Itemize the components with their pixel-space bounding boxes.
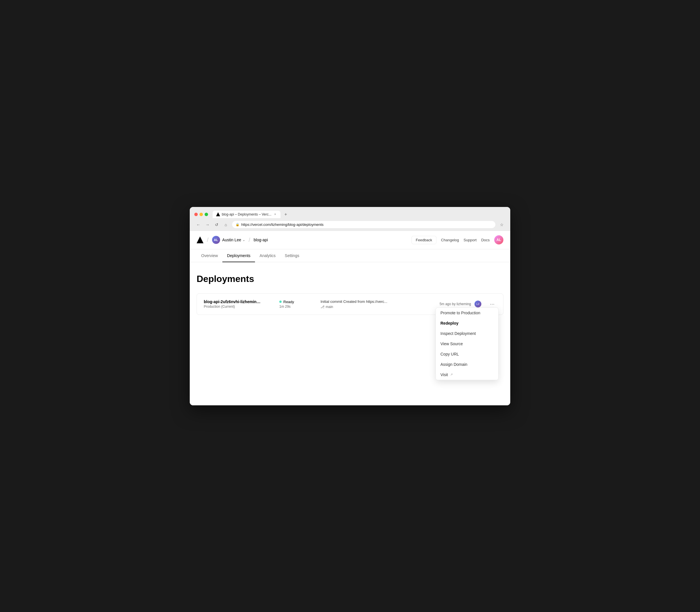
deployment-info: blog-api-2ufz6nvhi-lizheming.vercel.a...… (204, 300, 272, 309)
branch-icon: ⎇ (321, 305, 324, 309)
feedback-button[interactable]: Feedback (411, 236, 436, 244)
tab-close-button[interactable]: × (273, 212, 277, 217)
minimize-traffic-light[interactable] (199, 213, 203, 216)
status-dot-icon (279, 301, 282, 303)
nav-buttons: ← → ↺ ⌂ (194, 221, 230, 229)
address-bar[interactable]: 🔒 https://vercel.com/lizheming/blog-api/… (232, 221, 495, 228)
user-name[interactable]: Austin Lee ⌄ (222, 238, 245, 242)
browser-window: blog-api – Deployments – Verc... × + ← →… (190, 207, 510, 405)
context-menu: Promote to Production Redeploy Inspect D… (436, 307, 499, 380)
app-header: / AL Austin Lee ⌄ / blog-api Feedback Ch… (190, 231, 510, 249)
app-content: / AL Austin Lee ⌄ / blog-api Feedback Ch… (190, 231, 510, 405)
menu-item-promote[interactable]: Promote to Production (436, 308, 498, 318)
nav-tabs: Overview Deployments Analytics Settings (190, 249, 510, 262)
menu-item-copy-url[interactable]: Copy URL (436, 349, 498, 359)
deployer-avatar: LZ (475, 301, 481, 307)
menu-item-view-source[interactable]: View Source (436, 339, 498, 349)
more-options-button[interactable]: ⋯ (488, 300, 496, 308)
commit-message: Initial commit Created from https://verc… (321, 300, 417, 304)
tab-settings[interactable]: Settings (280, 249, 304, 262)
deployment-meta: 5m ago by lizheming LZ (424, 301, 481, 307)
changelog-link[interactable]: Changelog (441, 238, 459, 242)
menu-item-redeploy[interactable]: Redeploy (436, 318, 498, 328)
menu-item-visit[interactable]: Visit ↗ (436, 370, 498, 380)
deployment-url-text: blog-api-2ufz6nvhi-lizheming.vercel.a... (204, 300, 261, 304)
branch-name: main (326, 305, 333, 309)
deployment-url: blog-api-2ufz6nvhi-lizheming.vercel.a... (204, 300, 272, 304)
page-title: Deployments (197, 274, 503, 284)
breadcrumb-separator-2: / (249, 237, 250, 243)
forward-button[interactable]: → (204, 221, 211, 229)
status-text: Ready (283, 300, 294, 304)
new-tab-button[interactable]: + (282, 210, 290, 219)
close-traffic-light[interactable] (194, 213, 198, 216)
lock-icon: 🔒 (236, 223, 239, 226)
tab-overview[interactable]: Overview (197, 249, 222, 262)
reload-button[interactable]: ↺ (213, 221, 221, 229)
menu-item-assign-domain[interactable]: Assign Domain (436, 359, 498, 370)
url-text: https://vercel.com/lizheming/blog-api/de… (241, 222, 492, 227)
deployment-commit: Initial commit Created from https://verc… (321, 300, 417, 309)
tab-analytics[interactable]: Analytics (255, 249, 280, 262)
header-right: Feedback Changelog Support Docs AL (411, 235, 503, 245)
browser-actions: ☆ (498, 221, 506, 229)
back-button[interactable]: ← (194, 221, 202, 229)
deployment-status: Ready 1m 29s (279, 300, 314, 309)
build-time: 1m 29s (279, 305, 314, 309)
tab-bar: blog-api – Deployments – Verc... × + (213, 210, 506, 219)
bookmark-button[interactable]: ☆ (498, 221, 506, 229)
tab-title: blog-api – Deployments – Verc... (222, 212, 271, 217)
deployment-time: 5m ago by lizheming (439, 302, 471, 306)
browser-titlebar: blog-api – Deployments – Verc... × + (190, 207, 510, 219)
user-avatar-initials: AL (214, 238, 218, 241)
deployment-label: Production (Current) (204, 305, 272, 309)
project-name[interactable]: blog-api (254, 238, 268, 242)
deployment-card[interactable]: blog-api-2ufz6nvhi-lizheming.vercel.a...… (197, 293, 503, 315)
page-content: Deployments blog-api-2ufz6nvhi-lizheming… (190, 262, 510, 405)
docs-link[interactable]: Docs (481, 238, 490, 242)
breadcrumb-separator: / (207, 237, 209, 243)
browser-toolbar: ← → ↺ ⌂ 🔒 https://vercel.com/lizheming/b… (190, 219, 510, 231)
support-link[interactable]: Support (464, 238, 477, 242)
vercel-logo[interactable] (197, 236, 204, 243)
traffic-lights (194, 213, 208, 216)
home-button[interactable]: ⌂ (222, 221, 230, 229)
commit-branch: ⎇ main (321, 305, 417, 309)
status-row: Ready (279, 300, 314, 304)
browser-tab[interactable]: blog-api – Deployments – Verc... × (213, 211, 280, 218)
tab-favicon-icon (216, 212, 220, 217)
account-avatar[interactable]: AL (494, 235, 503, 245)
maximize-traffic-light[interactable] (205, 213, 208, 216)
external-link-icon: ↗ (450, 373, 453, 376)
user-avatar: AL (212, 236, 220, 244)
header-left: / AL Austin Lee ⌄ / blog-api (197, 236, 411, 244)
menu-item-inspect[interactable]: Inspect Deployment (436, 328, 498, 339)
chevron-down-icon: ⌄ (242, 238, 245, 242)
tab-deployments[interactable]: Deployments (222, 249, 255, 262)
